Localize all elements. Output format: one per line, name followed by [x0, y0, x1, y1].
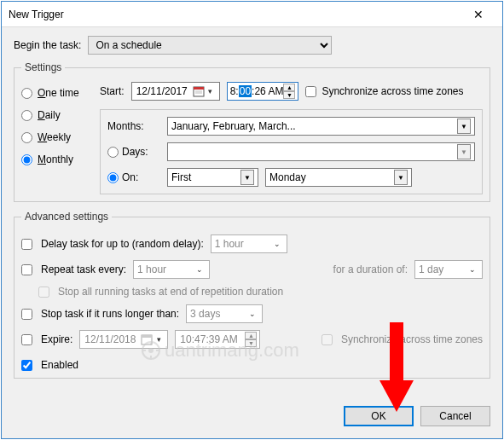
stop-running-checkbox-input — [38, 287, 49, 298]
radio-weekly-input[interactable] — [21, 132, 32, 143]
chevron-down-icon[interactable]: ▼ — [457, 119, 471, 134]
spinner-up-icon: ▲ — [245, 332, 257, 339]
delay-checkbox[interactable]: Delay task for up to (random delay): — [21, 238, 204, 250]
close-icon[interactable]: ✕ — [461, 8, 495, 21]
expire-date-picker: ▾ — [79, 330, 168, 349]
days-combo[interactable]: ▼ — [167, 142, 475, 161]
on-ordinal-combo[interactable]: First ▼ — [167, 168, 258, 187]
months-combo[interactable]: January, February, March... ▼ — [167, 117, 475, 136]
radio-on[interactable]: On: — [107, 171, 160, 183]
stop-longer-checkbox[interactable]: Stop task if it runs longer than: — [21, 308, 179, 320]
time-spinner[interactable]: ▲ ▼ — [283, 84, 295, 99]
delay-checkbox-input[interactable] — [21, 239, 32, 250]
repeat-combo: 1 hour ⌄ — [133, 260, 210, 279]
schedule-radio-group: One time Daily Weekly Monthly — [21, 82, 100, 194]
start-row: Start: ▾ 8:00:26 AM ▲ ▼ — [100, 82, 483, 101]
on-day-combo[interactable]: Monday ▼ — [265, 168, 412, 187]
radio-daily[interactable]: Daily — [21, 109, 100, 121]
enabled-checkbox-input[interactable] — [21, 360, 32, 371]
advanced-group: Advanced settings Delay task for up to (… — [14, 211, 490, 379]
dialog-footer: OK Cancel — [2, 397, 502, 438]
start-date-picker[interactable]: ▾ — [131, 82, 220, 101]
svg-rect-1 — [194, 87, 204, 90]
expire-checkbox[interactable]: Expire: — [21, 333, 72, 345]
monthly-options-box: Months: January, February, March... ▼ Da… — [100, 109, 483, 194]
spinner-up-icon[interactable]: ▲ — [283, 84, 295, 91]
sync-timezone-input[interactable] — [305, 86, 316, 97]
start-time-value[interactable]: 8:00:26 AM — [230, 85, 284, 97]
cancel-button[interactable]: Cancel — [420, 406, 490, 426]
stop-longer-checkbox-input[interactable] — [21, 309, 32, 320]
repeat-checkbox-input[interactable] — [21, 264, 32, 275]
radio-on-input[interactable] — [107, 172, 119, 183]
duration-combo: 1 day ⌄ — [414, 260, 483, 279]
repeat-checkbox[interactable]: Repeat task every: — [21, 263, 126, 275]
window-title: New Trigger — [9, 9, 461, 20]
radio-one-time[interactable]: One time — [21, 87, 100, 99]
radio-daily-input[interactable] — [21, 110, 32, 121]
content-area: Begin the task: On a schedule Settings O… — [2, 27, 502, 397]
radio-days-input[interactable] — [107, 147, 119, 158]
calendar-icon — [141, 333, 153, 345]
duration-label: for a duration of: — [333, 263, 408, 275]
enabled-checkbox[interactable]: Enabled — [21, 359, 78, 371]
chevron-down-icon[interactable]: ▼ — [457, 144, 471, 159]
begin-task-row: Begin the task: On a schedule — [14, 36, 490, 55]
radio-weekly[interactable]: Weekly — [21, 131, 100, 143]
chevron-down-icon: ⌄ — [271, 240, 283, 248]
delay-combo: 1 hour ⌄ — [211, 234, 287, 253]
titlebar: New Trigger ✕ — [2, 2, 502, 27]
start-label: Start: — [100, 85, 125, 97]
dialog-window: New Trigger ✕ Begin the task: On a sched… — [1, 1, 503, 439]
spinner-down-icon: ▼ — [245, 339, 257, 347]
expire-time-field — [178, 333, 245, 345]
radio-monthly[interactable]: Monthly — [21, 153, 100, 165]
chevron-down-icon[interactable]: ▼ — [394, 170, 408, 185]
chevron-down-icon[interactable]: ▾ — [205, 87, 217, 96]
radio-days[interactable]: Days: — [107, 146, 160, 158]
chevron-down-icon: ⌄ — [466, 265, 478, 274]
radio-monthly-input[interactable] — [21, 154, 32, 165]
sync-timezone2-checkbox: Synchronize across time zones — [322, 333, 483, 345]
sync-timezone-checkbox[interactable]: Synchronize across time zones — [305, 85, 463, 97]
radio-one-time-input[interactable] — [21, 88, 32, 99]
start-date-field[interactable] — [135, 85, 193, 97]
months-label: Months: — [107, 120, 160, 132]
stop-running-checkbox: Stop all running tasks at end of repetit… — [38, 286, 283, 298]
settings-legend: Settings — [21, 61, 65, 73]
time-spinner: ▲ ▼ — [245, 332, 257, 347]
svg-rect-5 — [142, 335, 152, 338]
begin-task-label: Begin the task: — [14, 39, 81, 51]
chevron-down-icon[interactable]: ▼ — [240, 170, 254, 185]
sync-timezone2-input — [322, 334, 333, 345]
expire-checkbox-input[interactable] — [21, 334, 32, 345]
advanced-legend: Advanced settings — [21, 211, 112, 223]
stop-longer-combo: 3 days ⌄ — [186, 304, 263, 323]
expire-time-picker: ▲ ▼ — [175, 330, 260, 349]
ok-button[interactable]: OK — [344, 406, 414, 426]
expire-date-field — [83, 333, 141, 345]
settings-group: Settings One time Daily Weekly — [14, 61, 490, 202]
start-time-picker[interactable]: 8:00:26 AM ▲ ▼ — [227, 82, 299, 101]
calendar-icon[interactable] — [193, 85, 205, 97]
chevron-down-icon: ⌄ — [194, 265, 206, 274]
spinner-down-icon[interactable]: ▼ — [283, 91, 295, 99]
chevron-down-icon: ▾ — [153, 335, 165, 344]
chevron-down-icon: ⌄ — [246, 310, 258, 318]
begin-task-select[interactable]: On a schedule — [88, 36, 332, 55]
